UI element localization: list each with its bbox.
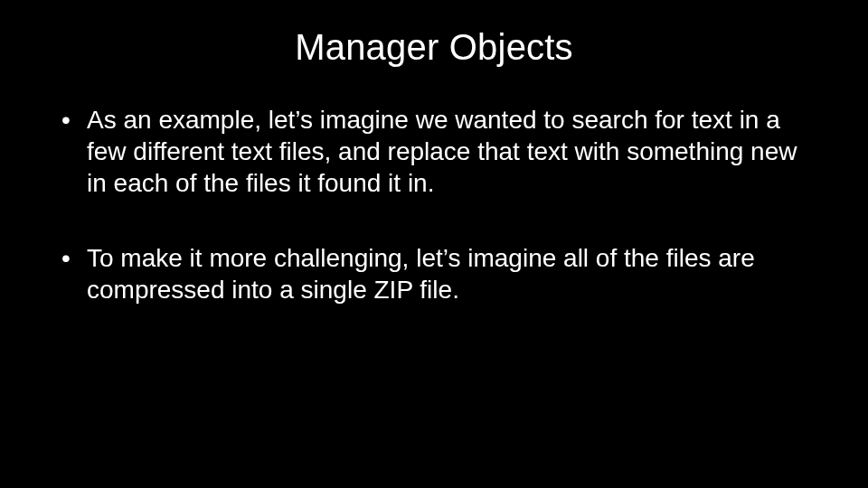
list-item: To make it more challenging, let’s imagi… xyxy=(54,242,814,305)
slide: Manager Objects As an example, let’s ima… xyxy=(0,0,868,488)
bullet-list: As an example, let’s imagine we wanted t… xyxy=(54,104,814,305)
slide-title: Manager Objects xyxy=(54,27,814,68)
list-item: As an example, let’s imagine we wanted t… xyxy=(54,104,814,199)
